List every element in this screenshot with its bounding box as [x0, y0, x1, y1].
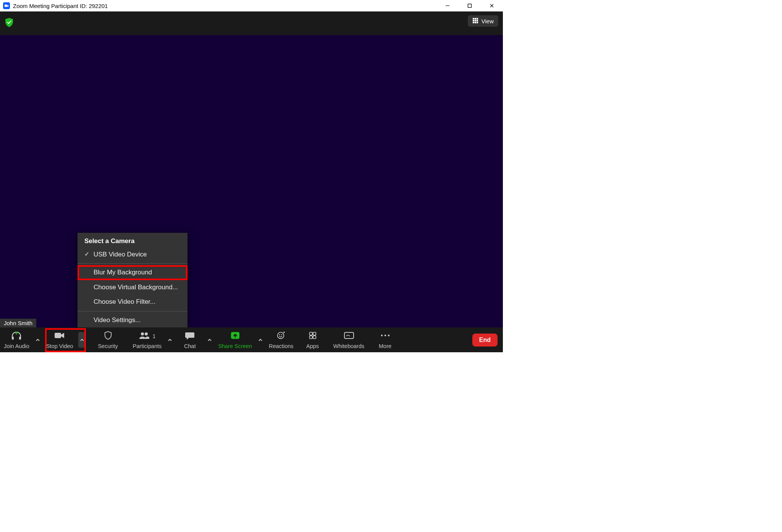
menu-separator — [78, 311, 187, 311]
share-screen-icon — [229, 331, 241, 342]
share-screen-label: Share Screen — [218, 343, 252, 349]
whiteboards-button[interactable]: Whiteboards — [328, 327, 370, 352]
headphones-icon — [11, 331, 22, 342]
svg-rect-20 — [313, 332, 315, 335]
stop-video-label: Stop Video — [46, 343, 73, 349]
participants-options-chevron[interactable] — [165, 327, 174, 352]
svg-point-18 — [281, 334, 283, 335]
svg-point-25 — [384, 334, 386, 336]
svg-point-16 — [278, 332, 284, 339]
chat-label: Chat — [184, 343, 196, 349]
svg-point-13 — [141, 332, 144, 335]
svg-rect-0 — [468, 4, 472, 8]
shield-icon — [102, 331, 114, 342]
apps-icon — [307, 331, 318, 342]
participants-count: 1 — [152, 333, 155, 339]
more-label: More — [379, 343, 391, 349]
security-button[interactable]: Security — [87, 327, 129, 352]
security-label: Security — [98, 343, 118, 349]
svg-rect-21 — [309, 335, 312, 338]
window-titlebar: Zoom Meeting Participant ID: 292201 — [0, 0, 503, 11]
svg-rect-9 — [477, 22, 478, 23]
svg-point-24 — [381, 334, 382, 336]
svg-rect-6 — [477, 20, 478, 21]
minimize-button[interactable] — [436, 0, 459, 11]
chat-bubble-icon — [184, 331, 196, 342]
svg-rect-19 — [309, 332, 312, 335]
view-label: View — [481, 18, 494, 24]
menu-header: Select a Camera — [78, 233, 187, 247]
svg-rect-22 — [313, 335, 315, 338]
svg-rect-5 — [475, 20, 476, 21]
svg-rect-11 — [19, 337, 21, 340]
apps-label: Apps — [306, 343, 319, 349]
svg-rect-8 — [475, 22, 476, 23]
menu-item-blur-background[interactable]: Blur My Background — [78, 265, 187, 280]
close-button[interactable] — [481, 0, 503, 11]
svg-rect-3 — [477, 18, 478, 19]
join-audio-button[interactable]: Join Audio — [0, 327, 33, 352]
participants-icon — [139, 331, 150, 342]
whiteboards-label: Whiteboards — [333, 343, 364, 349]
svg-point-14 — [145, 332, 148, 335]
more-button[interactable]: More — [370, 327, 401, 352]
svg-rect-12 — [55, 333, 61, 338]
svg-rect-1 — [473, 18, 474, 19]
share-options-chevron[interactable] — [256, 327, 265, 352]
window-title: Zoom Meeting Participant ID: 292201 — [13, 3, 108, 9]
participants-label: Participants — [133, 343, 162, 349]
view-grid-icon — [472, 18, 478, 25]
meeting-top-bar: View — [0, 11, 503, 35]
menu-item-video-filter[interactable]: Choose Video Filter... — [78, 295, 187, 309]
video-options-chevron[interactable] — [78, 332, 86, 348]
reactions-label: Reactions — [269, 343, 293, 349]
participant-name-tag: John Smith — [0, 319, 36, 327]
reactions-button[interactable]: Reactions — [265, 327, 297, 352]
whiteboard-icon — [343, 331, 355, 342]
maximize-button[interactable] — [459, 0, 481, 11]
svg-point-26 — [388, 334, 389, 336]
encryption-shield-icon[interactable] — [5, 18, 13, 27]
view-button[interactable]: View — [468, 15, 498, 27]
meeting-toolbar: Join Audio Stop Video Security 1 — [0, 327, 503, 352]
video-area: John Smith — [0, 35, 503, 327]
svg-rect-7 — [473, 22, 474, 23]
stop-video-button[interactable]: Stop Video — [42, 327, 77, 352]
svg-point-17 — [279, 334, 280, 335]
menu-item-video-settings[interactable]: Video Settings... — [78, 313, 187, 327]
smiley-icon — [275, 331, 287, 342]
chat-button[interactable]: Chat — [174, 327, 205, 352]
svg-rect-4 — [473, 20, 474, 21]
end-button[interactable]: End — [472, 334, 498, 347]
menu-item-camera[interactable]: USB Video Device — [78, 247, 187, 262]
svg-rect-2 — [475, 18, 476, 19]
menu-separator — [78, 263, 187, 264]
audio-options-chevron[interactable] — [33, 327, 42, 352]
menu-item-virtual-background[interactable]: Choose Virtual Background... — [78, 280, 187, 295]
participants-button[interactable]: 1 Participants — [129, 327, 166, 352]
share-screen-button[interactable]: Share Screen — [214, 327, 256, 352]
zoom-logo-icon — [3, 2, 10, 9]
more-dots-icon — [380, 331, 391, 342]
video-camera-icon — [54, 331, 65, 342]
apps-button[interactable]: Apps — [297, 327, 328, 352]
video-options-menu: Select a Camera USB Video Device Blur My… — [78, 233, 187, 327]
meeting-window: View John Smith Select a Camera USB Vide… — [0, 11, 503, 352]
svg-rect-10 — [12, 337, 14, 340]
chat-options-chevron[interactable] — [205, 327, 214, 352]
join-audio-label: Join Audio — [4, 343, 29, 349]
